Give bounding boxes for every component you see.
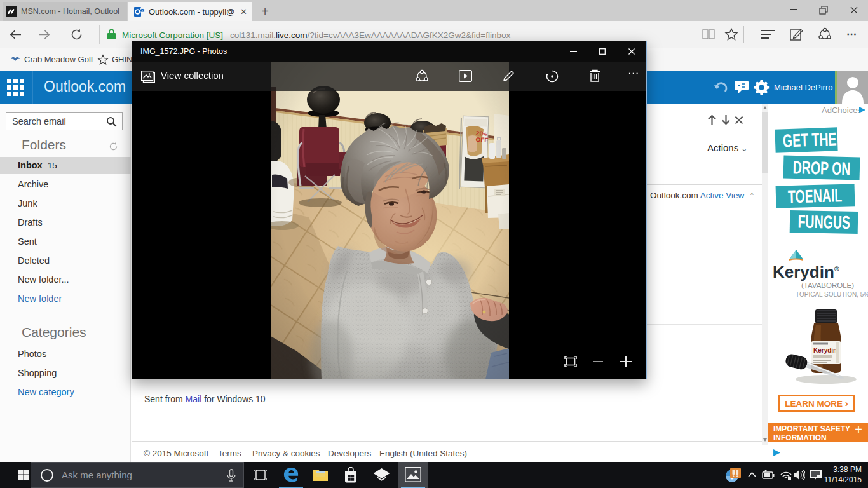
svg-text:Kerydin: Kerydin xyxy=(813,347,837,354)
